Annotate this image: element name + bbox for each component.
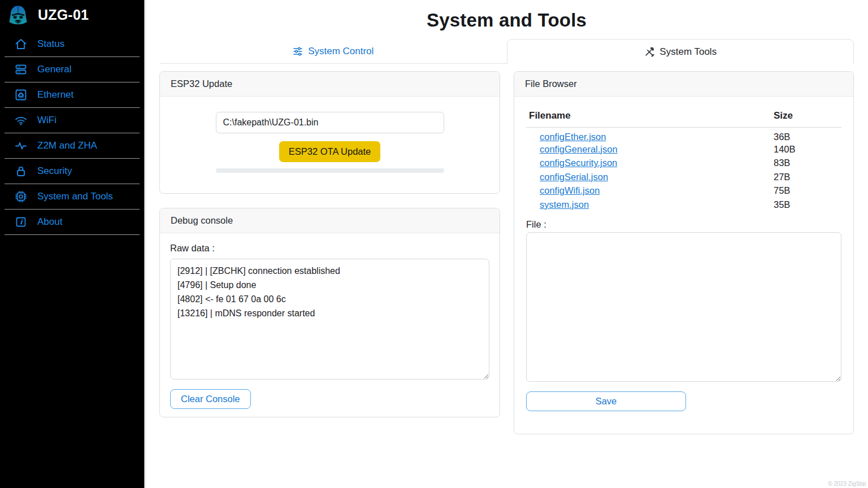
sidebar-item-z2m-zha[interactable]: Z2M and ZHA: [5, 133, 140, 159]
file-size: 83B: [774, 156, 841, 171]
copyright: © 2023 ZigStar: [828, 481, 866, 487]
file-size: 140B: [774, 142, 841, 156]
tab-label: System Tools: [659, 46, 717, 58]
console-output[interactable]: [2912] | [ZBCHK] connection established …: [170, 259, 489, 380]
file-size: 27B: [774, 170, 841, 184]
file-size: 35B: [774, 198, 841, 212]
sidebar-item-system-tools[interactable]: System and Tools: [5, 184, 140, 210]
app-title: UZG-01: [38, 7, 89, 23]
sidebar-item-general[interactable]: General: [5, 57, 140, 82]
file-row: configSecurity.json 83B: [526, 156, 841, 171]
ota-progress-bar: [216, 168, 444, 173]
file-editor-label: File :: [526, 219, 841, 230]
tab-label: System Control: [308, 46, 374, 57]
sidebar-item-label: Security: [37, 165, 72, 177]
raw-data-label: Raw data :: [170, 243, 489, 254]
sidebar-item-security[interactable]: Security: [5, 159, 140, 184]
cpu-icon: [14, 190, 28, 203]
sidebar-item-label: WiFi: [37, 115, 57, 126]
file-row: system.json 35B: [526, 198, 841, 212]
server-icon: [14, 63, 28, 76]
file-row: configEther.json 36B: [526, 128, 841, 143]
file-link[interactable]: configWifi.json: [540, 185, 600, 195]
sidebar-item-label: General: [37, 64, 71, 75]
sidebar-item-label: Status: [37, 38, 64, 50]
file-editor[interactable]: [526, 232, 841, 382]
file-link[interactable]: configEther.json: [540, 132, 606, 142]
filename-column-header: Filename: [526, 110, 774, 128]
clear-console-button[interactable]: Clear Console: [170, 389, 251, 409]
sidebar-item-status[interactable]: Status: [5, 32, 140, 57]
file-browser-header: File Browser: [514, 72, 853, 97]
activity-icon: [14, 139, 28, 152]
file-size: 75B: [774, 184, 841, 198]
sidebar-item-label: About: [37, 216, 62, 228]
file-table: Filename Size configEther.json 36B confi…: [526, 110, 841, 212]
esp32-update-card: ESP32 Update ESP32 OTA Update: [159, 71, 500, 194]
firmware-file-input[interactable]: [216, 112, 444, 133]
sidebar-item-label: Ethernet: [37, 89, 73, 101]
info-icon: i: [14, 215, 28, 229]
debug-console-header: Debug console: [160, 208, 500, 233]
file-link[interactable]: system.json: [540, 199, 589, 210]
home-icon: [14, 37, 28, 51]
sliders-icon: [292, 46, 303, 57]
sidebar-item-ethernet[interactable]: Ethernet: [5, 82, 140, 108]
file-row: configGeneral.json 140B: [526, 142, 841, 156]
main-content: System and Tools System Control: [145, 0, 868, 488]
file-link[interactable]: configSecurity.json: [540, 158, 617, 168]
lock-icon: [14, 164, 28, 178]
debug-console-card: Debug console Raw data : [2912] | [ZBCHK…: [159, 208, 500, 417]
wifi-icon: [14, 114, 28, 127]
file-size: 36B: [774, 128, 841, 143]
size-column-header: Size: [774, 110, 841, 128]
tab-system-tools[interactable]: System Tools: [507, 39, 854, 64]
sidebar-item-about[interactable]: i About: [5, 210, 140, 235]
brand: UZG-01: [0, 0, 144, 29]
tab-system-control[interactable]: System Control: [159, 39, 507, 64]
esp32-update-header: ESP32 Update: [160, 72, 500, 97]
sidebar-item-wifi[interactable]: WiFi: [5, 108, 140, 133]
esp32-ota-update-button[interactable]: ESP32 OTA Update: [279, 141, 381, 162]
tab-bar: System Control System Tools: [159, 39, 854, 64]
file-row: configWifi.json 75B: [526, 184, 841, 198]
content-columns: ESP32 Update ESP32 OTA Update Debug cons…: [159, 71, 854, 434]
save-button[interactable]: Save: [526, 391, 686, 411]
sidebar-item-label: Z2M and ZHA: [37, 140, 97, 151]
sidebar-item-label: System and Tools: [37, 191, 113, 202]
file-row: configSerial.json 27B: [526, 170, 841, 184]
svg-text:i: i: [20, 218, 23, 226]
file-browser-card: File Browser Filename Size configEther.j…: [514, 71, 854, 434]
sidebar-nav: Status General: [5, 32, 140, 235]
ethernet-icon: [14, 88, 28, 102]
file-link[interactable]: configSerial.json: [540, 172, 608, 182]
sidebar: UZG-01 Status General: [0, 0, 145, 488]
uzg-logo-icon: [7, 4, 29, 27]
file-link[interactable]: configGeneral.json: [540, 144, 618, 154]
page-title: System and Tools: [159, 10, 854, 31]
tools-icon: [644, 46, 655, 58]
